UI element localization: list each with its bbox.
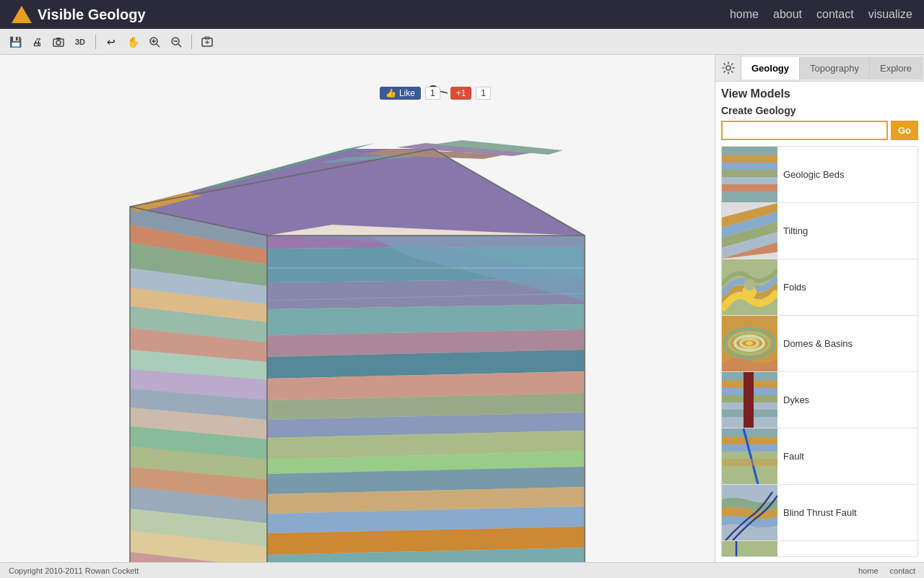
- svg-point-1: [56, 40, 61, 45]
- svg-rect-109: [722, 402, 744, 410]
- svg-rect-87: [722, 191, 777, 202]
- tab-explore[interactable]: Explore: [870, 57, 923, 79]
- model-item-blind-thrust-fault[interactable]: Blind Thrust Fault: [722, 485, 918, 541]
- svg-rect-84: [722, 170, 777, 177]
- footer-contact[interactable]: contact: [890, 566, 915, 575]
- zoom-in-button[interactable]: [145, 33, 164, 51]
- tab-topography[interactable]: Topography: [800, 57, 870, 79]
- footer-home[interactable]: home: [858, 566, 879, 575]
- tab-geology[interactable]: Geology: [741, 57, 800, 79]
- model-list[interactable]: Geologic Beds: [721, 146, 918, 557]
- toolbar: 💾 🖨 3D ↩ ✋: [0, 29, 924, 55]
- copyright: Copyright 2010-2011 Rowan Cockett: [9, 566, 139, 575]
- svg-point-79: [726, 66, 731, 70]
- footer: Copyright 2010-2011 Rowan Cockett home c…: [0, 562, 924, 578]
- model-label-tilting: Tilting: [777, 225, 814, 236]
- logo-area: Visible Geology: [12, 6, 715, 23]
- plus-label: +1: [456, 88, 466, 98]
- toolbar-separator: [95, 35, 96, 49]
- panel-header: Geology Topography Explore: [715, 55, 924, 82]
- canvas-area[interactable]: 👍 Like 1 +1 1 N: [0, 55, 715, 562]
- model-label-dykes: Dykes: [777, 394, 815, 405]
- svg-point-96: [744, 279, 755, 290]
- model-thumb-tilting: [722, 203, 777, 259]
- svg-line-4: [157, 44, 160, 47]
- svg-rect-86: [722, 184, 777, 191]
- svg-rect-114: [722, 428, 777, 437]
- thumbs-up-icon: 👍: [385, 88, 396, 98]
- nav-visualize[interactable]: visualize: [868, 8, 912, 21]
- model-thumb-fault-bend-fold: [722, 541, 777, 557]
- svg-rect-118: [722, 452, 744, 484]
- like-button[interactable]: 👍 Like: [380, 87, 421, 100]
- view-models-title: View Models: [721, 87, 918, 100]
- 3d-button[interactable]: 3D: [71, 33, 90, 51]
- search-bar: Go: [721, 121, 918, 140]
- model-item-fault[interactable]: Fault: [722, 428, 918, 485]
- like-count: 1: [425, 87, 440, 100]
- model-item-dykes[interactable]: Dykes: [722, 372, 918, 428]
- svg-rect-111: [722, 410, 744, 417]
- tab-bar: Geology Topography Explore: [741, 57, 924, 79]
- undo-button[interactable]: ↩: [102, 33, 121, 51]
- save-button[interactable]: 💾: [6, 33, 25, 51]
- model-thumb-fault: [722, 428, 777, 484]
- logo-icon: [12, 6, 32, 23]
- model-item-domes-basins[interactable]: Domes & Basins: [722, 316, 918, 372]
- nav-about[interactable]: about: [773, 8, 802, 21]
- app-title: Visible Geology: [38, 7, 146, 23]
- pan-button[interactable]: ✋: [123, 33, 142, 51]
- svg-rect-119: [722, 459, 777, 466]
- svg-line-8: [178, 44, 181, 47]
- svg-rect-85: [722, 177, 777, 184]
- svg-rect-2: [56, 38, 61, 40]
- model-label-blind-thrust-fault: Blind Thrust Fault: [777, 507, 863, 518]
- svg-rect-81: [722, 147, 777, 155]
- nav-home[interactable]: home: [730, 8, 759, 21]
- gear-icon: [722, 61, 735, 74]
- model-thumb-folds: [722, 259, 777, 315]
- model-thumb-domes-basins: [722, 316, 777, 371]
- svg-rect-115: [722, 437, 777, 444]
- main-content: 👍 Like 1 +1 1 N: [0, 55, 924, 562]
- header: Visible Geology home about contact visua…: [0, 0, 924, 29]
- print-button[interactable]: 🖨: [27, 33, 46, 51]
- model-item-fault-bend-fold[interactable]: Fault Bend Fold: [722, 541, 918, 557]
- footer-nav: home contact: [858, 566, 915, 575]
- nav-contact[interactable]: contact: [816, 8, 854, 21]
- model-thumb-dykes: [722, 372, 777, 428]
- create-geology-title: Create Geology: [721, 105, 918, 116]
- svg-rect-83: [722, 163, 777, 170]
- toolbar-separator-2: [191, 35, 192, 49]
- like-label: Like: [399, 88, 415, 98]
- model-thumb-blind-thrust-fault: [722, 485, 777, 540]
- search-input[interactable]: [721, 121, 888, 140]
- plus-count: 1: [476, 87, 491, 100]
- svg-rect-108: [744, 372, 754, 428]
- model-label-fault: Fault: [777, 451, 810, 462]
- main-nav: home about contact visualize: [730, 8, 912, 21]
- svg-rect-112: [754, 410, 777, 417]
- model-label-domes-basins: Domes & Basins: [777, 338, 858, 349]
- model-item-tilting[interactable]: Tilting: [722, 203, 918, 259]
- right-panel: Geology Topography Explore View Models C…: [715, 55, 924, 562]
- svg-point-102: [746, 341, 753, 345]
- model-item-folds[interactable]: Folds: [722, 259, 918, 316]
- settings-button[interactable]: [715, 55, 741, 81]
- zoom-out-button[interactable]: [167, 33, 186, 51]
- go-button[interactable]: Go: [891, 121, 918, 140]
- geology-block: 50 25: [43, 91, 642, 562]
- model-thumb-geologic-beds: [722, 147, 777, 202]
- model-label-folds: Folds: [777, 282, 812, 293]
- plus-button[interactable]: +1: [450, 87, 472, 100]
- panel-content: View Models Create Geology Go: [715, 82, 924, 562]
- svg-rect-110: [754, 402, 777, 410]
- model-label-geologic-beds: Geologic Beds: [777, 169, 850, 180]
- screenshot-button[interactable]: [198, 33, 217, 51]
- camera-button[interactable]: [49, 33, 68, 51]
- svg-rect-82: [722, 155, 777, 163]
- model-item-geologic-beds[interactable]: Geologic Beds: [722, 147, 918, 203]
- svg-rect-121: [722, 541, 777, 557]
